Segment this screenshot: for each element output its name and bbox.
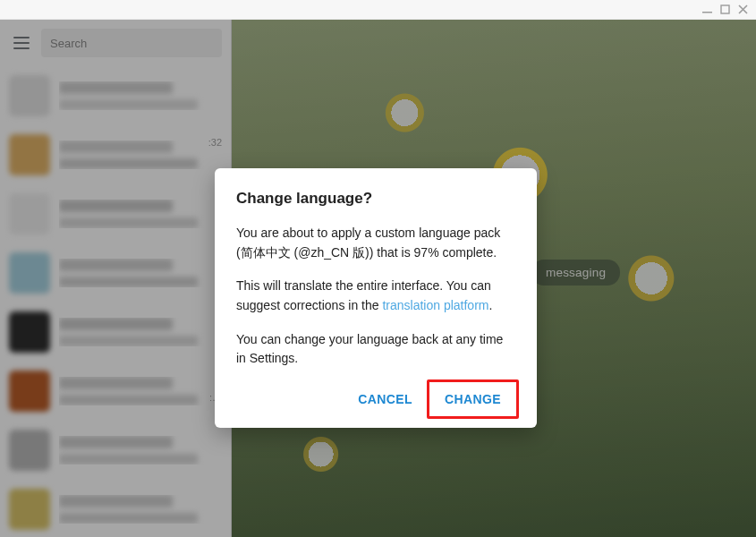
dialog-title: Change language? xyxy=(236,190,515,208)
svg-rect-0 xyxy=(702,12,712,13)
dialog-body: You are about to apply a custom language… xyxy=(236,224,515,369)
cancel-button[interactable]: CANCEL xyxy=(344,383,427,415)
translation-platform-link[interactable]: translation platform xyxy=(382,298,488,312)
window-minimize-icon[interactable] xyxy=(699,2,715,18)
dialog-paragraph-3: You can change your language back at any… xyxy=(236,330,515,369)
svg-rect-1 xyxy=(721,5,729,13)
window-maximize-icon[interactable] xyxy=(717,2,733,18)
titlebar xyxy=(0,0,756,20)
change-button[interactable]: CHANGE xyxy=(430,383,515,415)
dialog-paragraph-1: You are about to apply a custom language… xyxy=(236,224,515,262)
window-close-icon[interactable] xyxy=(735,2,751,18)
dialog-actions: CANCEL CHANGE xyxy=(236,383,515,415)
dialog-paragraph-2: This will translate the entire interface… xyxy=(236,277,515,315)
change-language-dialog: Change language? You are about to apply … xyxy=(215,168,537,428)
